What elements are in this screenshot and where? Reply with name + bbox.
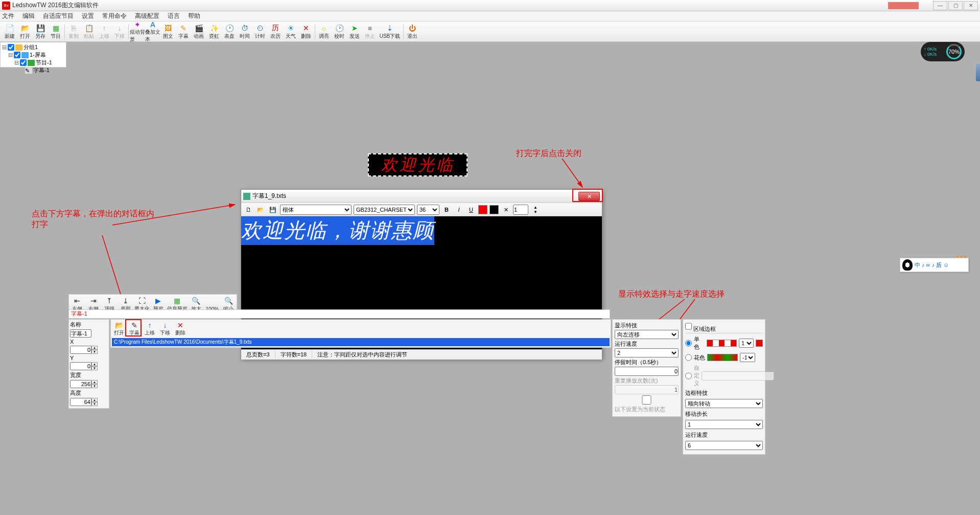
minimize-button[interactable]: —	[933, 1, 947, 10]
backcolor-swatch[interactable]	[489, 205, 499, 214]
neon-button[interactable]: ✨霓虹	[206, 22, 222, 41]
defaults-checkbox[interactable]	[615, 395, 679, 405]
moveup-button[interactable]: ↑上移	[97, 22, 112, 41]
dial-button[interactable]: 🕐表盘	[222, 22, 237, 41]
mid-delete-button[interactable]: ✕删除	[173, 321, 188, 337]
paste-button[interactable]: 📋粘贴	[81, 22, 97, 41]
save-button[interactable]: 💾另存	[33, 22, 48, 41]
menu-advanced[interactable]: 高级配置	[135, 12, 159, 20]
flower-radio[interactable]	[685, 353, 692, 362]
menu-file[interactable]: 文件	[2, 12, 14, 20]
height-input[interactable]	[70, 398, 91, 406]
border-panel: 区域边框 单色 1 花色 -1 自定义 边框特技 顺向转动 移动步长 1 运行速…	[683, 319, 765, 455]
led-preview: 欢迎光临	[368, 153, 468, 176]
flower-select[interactable]: -1	[740, 353, 755, 362]
weather-button[interactable]: ☀天气	[283, 22, 298, 41]
width-input[interactable]	[70, 380, 91, 388]
new-button[interactable]: 📄新建	[2, 22, 17, 41]
annotation-close: 打完字后点击关闭	[516, 148, 581, 159]
menu-setting[interactable]: 设置	[82, 12, 94, 20]
anim-button[interactable]: 🎬动画	[191, 22, 206, 41]
dlg-save-icon[interactable]: 💾	[268, 205, 278, 215]
tree-subtitle[interactable]: ✎字幕-1	[2, 66, 65, 74]
copy-button[interactable]: ⎘复制	[66, 22, 81, 41]
status-pages: 总页数=3	[241, 351, 275, 359]
border-speed-select[interactable]: 6	[685, 441, 763, 450]
subtitle-tab[interactable]: 字幕-1	[68, 309, 610, 319]
spin-up-icon[interactable]: ▲▼	[530, 205, 541, 215]
forecolor-swatch[interactable]	[478, 205, 487, 214]
overlay-button[interactable]: A叠加文本	[145, 22, 160, 41]
border-speed-label: 运行速度	[685, 431, 708, 439]
movedown-button[interactable]: ↓下移	[112, 22, 127, 41]
dialog-close-button[interactable]: ✕	[578, 192, 600, 201]
exit-button[interactable]: ⏻退出	[405, 22, 420, 41]
close-button[interactable]: ✕	[964, 1, 978, 10]
fontsize-select[interactable]: 36	[417, 205, 439, 215]
mid-open-button[interactable]: 📂打开	[112, 321, 126, 337]
menu-edit[interactable]: 编辑	[22, 12, 35, 20]
italic-button[interactable]: I	[454, 205, 464, 215]
menu-common[interactable]: 常用命令	[102, 12, 127, 20]
dialog-titlebar[interactable]: 字幕1_9.txts ✕	[241, 190, 602, 203]
font-select[interactable]: 楷体	[280, 205, 352, 215]
dlg-new-icon[interactable]: 🗋	[243, 205, 253, 215]
single-radio[interactable]	[685, 339, 692, 348]
lunar-button[interactable]: 历农历	[268, 22, 283, 41]
tree-group[interactable]: ⊟分组1	[2, 43, 65, 51]
open-button[interactable]: 📂打开	[17, 22, 33, 41]
properties-panel: 名称 X ▲▼ Y ▲▼ 宽度 ▲▼ 高度 ▲▼	[68, 319, 109, 409]
custom-radio[interactable]	[685, 371, 692, 380]
mid-up-button[interactable]: ↑上移	[143, 321, 157, 337]
file-list-item[interactable]: C:\Program Files\LedshowTW 2016\Document…	[112, 338, 610, 346]
menu-help[interactable]: 帮助	[188, 12, 200, 20]
spacing-input[interactable]	[513, 205, 528, 215]
send-button[interactable]: ➤发送	[347, 22, 362, 41]
imgtext-button[interactable]: 🖼图文	[160, 22, 176, 41]
speed-select[interactable]: 2	[615, 348, 679, 357]
right-edge-handle[interactable]	[976, 64, 980, 81]
name-input[interactable]	[70, 329, 91, 338]
stay-input[interactable]	[615, 367, 679, 376]
delete-button[interactable]: ✕删除	[298, 22, 314, 41]
menu-auto[interactable]: 自适应节目	[43, 12, 74, 20]
dlg-open-icon[interactable]: 📂	[255, 205, 266, 215]
dialog-toolbar: 🗋 📂 💾 楷体 GB2312_CHARSET 36 B I U ✕ ▲▼	[241, 203, 602, 216]
timer-button[interactable]: ⏲计时	[252, 22, 268, 41]
border-color-swatch[interactable]	[756, 340, 763, 347]
effect-select[interactable]: 向左连移	[615, 330, 679, 339]
mid-down-button[interactable]: ↓下移	[158, 321, 172, 337]
program-tree[interactable]: ⊟分组1 ⊟1-屏幕 ⊟节目-1 ✎字幕-1	[0, 42, 66, 68]
spacing-icon[interactable]: ✕	[501, 205, 511, 215]
underline-button[interactable]: U	[466, 205, 476, 215]
time-button[interactable]: ⏱时间	[237, 22, 252, 41]
flower-pattern[interactable]	[707, 354, 738, 361]
network-widget[interactable]: ↑ 0K/s ↓ 0K/s 70%	[921, 42, 965, 61]
status-chars: 字符数=18	[275, 351, 313, 359]
bold-button[interactable]: B	[441, 205, 452, 215]
dynbg-button[interactable]: ✦炫动背景	[130, 22, 145, 41]
border-effect-select[interactable]: 顺向转动	[685, 399, 763, 408]
brightness-button[interactable]: ☼调亮	[316, 22, 332, 41]
qq-widget[interactable]: ● ● ● 中 ♪ ∞ ♪ 盾 ☺	[900, 258, 969, 272]
menu-lang[interactable]: 语言	[168, 12, 180, 20]
border-checkbox[interactable]	[685, 322, 692, 331]
subtitle-button[interactable]: ✎字幕	[176, 22, 191, 41]
editor-selected-text[interactable]: 欢迎光临，谢谢惠顾	[241, 216, 434, 245]
mid-subtitle-button[interactable]: ✎字幕	[127, 321, 142, 337]
tree-screen[interactable]: ⊟1-屏幕	[2, 51, 65, 59]
usb-button[interactable]: ⇣USB下载	[378, 22, 402, 41]
stop-button[interactable]: ■停止	[362, 22, 378, 41]
y-input[interactable]	[70, 362, 91, 370]
maximize-button[interactable]: ▢	[948, 1, 963, 10]
repeat-input	[615, 385, 679, 394]
speed-label: 运行速度	[615, 340, 679, 348]
single-select[interactable]: 1	[739, 339, 754, 348]
adjtime-button[interactable]: 🕑校时	[332, 22, 347, 41]
program-button[interactable]: ▦节目	[48, 22, 63, 41]
charset-select[interactable]: GB2312_CHARSET	[354, 205, 415, 215]
single-pattern[interactable]	[707, 340, 737, 347]
x-input[interactable]	[70, 346, 91, 354]
tree-program[interactable]: ⊟节目-1	[2, 59, 65, 66]
border-step-select[interactable]: 1	[685, 420, 763, 429]
